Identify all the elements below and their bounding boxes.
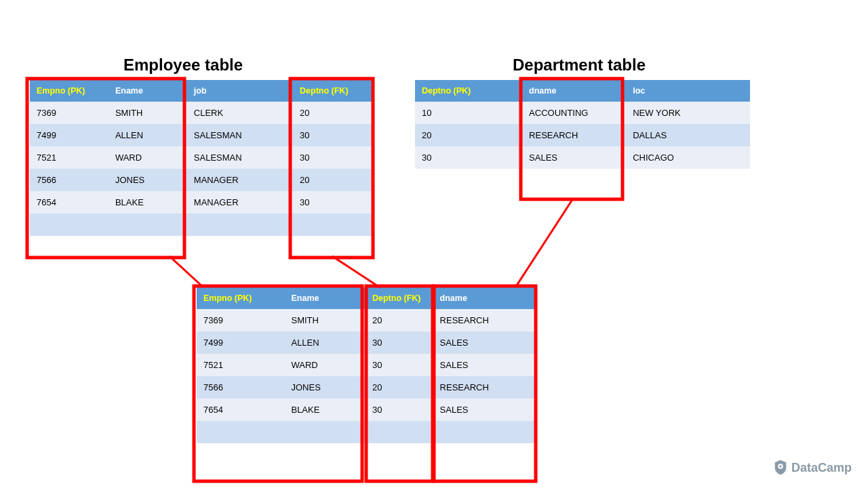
- table-row: 7654BLAKE30SALES: [197, 399, 534, 421]
- col-empno: Empno (PK): [197, 287, 284, 309]
- employee-table: Empno (PK) Ename job Deptno (FK) 7369SMI…: [30, 80, 372, 236]
- col-deptno: Deptno (FK): [293, 80, 372, 102]
- table-row: 7499ALLEN30SALES: [197, 331, 534, 354]
- col-deptno: Deptno (FK): [366, 287, 433, 309]
- col-dname: dname: [522, 80, 626, 102]
- shield-icon: [774, 460, 787, 476]
- svg-line-7: [332, 256, 380, 287]
- table-row: 20RESEARCHDALLAS: [415, 124, 750, 146]
- table-header-row: Deptno (PK) dname loc: [415, 80, 750, 102]
- col-loc: loc: [626, 80, 750, 102]
- table-row: 7369SMITH20RESEARCH: [197, 309, 534, 331]
- table-row: [30, 214, 372, 236]
- table-row: 7369SMITHCLERK20: [30, 102, 372, 124]
- table-row: 10ACCOUNTINGNEW YORK: [415, 102, 750, 124]
- table-row: 7566JONESMANAGER20: [30, 169, 372, 191]
- brand-name: DataCamp: [791, 461, 852, 475]
- table-row: [197, 421, 534, 443]
- table-row: 7654BLAKEMANAGER30: [30, 191, 372, 214]
- table-row: 7566JONES20RESEARCH: [197, 376, 534, 399]
- table-row: 7521WARD30SALES: [197, 354, 534, 376]
- col-deptno: Deptno (PK): [415, 80, 522, 102]
- col-ename: Ename: [284, 287, 366, 309]
- datacamp-logo: DataCamp: [774, 460, 852, 476]
- col-dname: dname: [433, 287, 534, 309]
- col-empno: Empno (PK): [30, 80, 108, 102]
- table-header-row: Empno (PK) Ename Deptno (FK) dname: [197, 287, 534, 309]
- svg-line-8: [515, 199, 573, 287]
- table-row: 7521WARDSALESMAN30: [30, 146, 372, 169]
- table-header-row: Empno (PK) Ename job Deptno (FK): [30, 80, 372, 102]
- department-table: Deptno (PK) dname loc 10ACCOUNTINGNEW YO…: [415, 80, 750, 169]
- employee-table-title: Employee table: [123, 56, 243, 75]
- department-table-title: Department table: [513, 56, 646, 75]
- col-job: job: [187, 80, 293, 102]
- col-ename: Ename: [108, 80, 187, 102]
- svg-line-6: [170, 256, 203, 287]
- svg-point-10: [779, 465, 781, 467]
- joined-table: Empno (PK) Ename Deptno (FK) dname 7369S…: [197, 287, 534, 443]
- table-row: 7499ALLENSALESMAN30: [30, 124, 372, 146]
- table-row: 30SALESCHICAGO: [415, 146, 750, 169]
